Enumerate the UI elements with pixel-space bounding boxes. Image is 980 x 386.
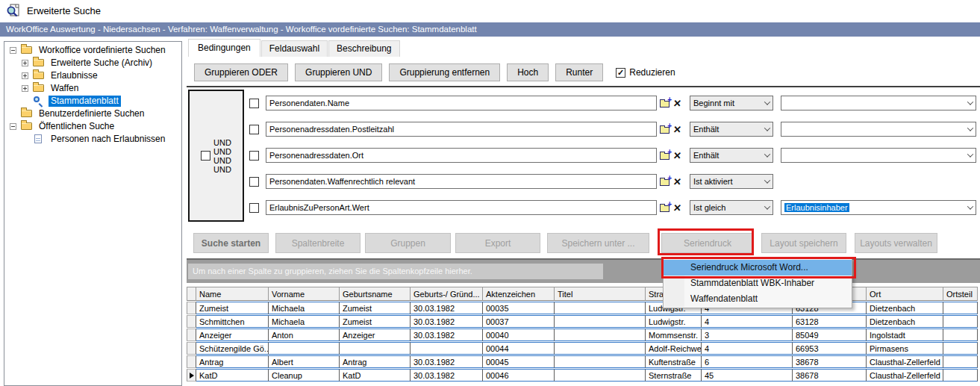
- condition-field-input[interactable]: [266, 122, 657, 137]
- condition-checkbox[interactable]: [249, 177, 259, 187]
- column-header-4[interactable]: Aktenzeichen: [483, 287, 555, 301]
- tab-beschreibung[interactable]: Beschreibung: [328, 40, 399, 57]
- tree-expander-plus-icon[interactable]: [21, 59, 31, 67]
- table-cell[interactable]: 30.03.1982: [411, 302, 483, 314]
- table-cell[interactable]: Anzeiger: [196, 329, 269, 341]
- value-combobox[interactable]: [781, 122, 976, 137]
- group-operator-checkbox[interactable]: [201, 151, 210, 161]
- tree-item-2[interactable]: Erlaubnisse: [4, 69, 181, 82]
- table-cell[interactable]: Pirmasens: [867, 342, 943, 355]
- spaltenbreite-button[interactable]: Spaltenbreite: [275, 233, 361, 253]
- add-folder-icon[interactable]: +: [660, 124, 672, 134]
- table-cell[interactable]: 63128: [793, 315, 867, 328]
- tree-expander-minus-icon[interactable]: [9, 46, 19, 55]
- table-cell[interactable]: 3: [702, 329, 793, 341]
- table-cell[interactable]: [555, 355, 646, 368]
- table-cell[interactable]: Michaela: [269, 302, 340, 314]
- table-cell[interactable]: [555, 342, 646, 355]
- table-cell[interactable]: Michaela: [269, 315, 340, 328]
- value-combobox[interactable]: [781, 96, 976, 110]
- table-cell[interactable]: 85049: [793, 329, 867, 341]
- table-cell[interactable]: KatD: [196, 369, 269, 382]
- table-cell[interactable]: 30.03.1982: [411, 315, 483, 328]
- table-cell[interactable]: [555, 302, 646, 314]
- table-cell[interactable]: Clausthal-Zellerfeld: [867, 369, 943, 382]
- table-cell[interactable]: 30.03.1982: [411, 369, 483, 382]
- table-cell[interactable]: 66953: [793, 342, 867, 355]
- table-cell[interactable]: Ingolstadt: [867, 329, 943, 341]
- suche-starten-button[interactable]: Suche starten: [193, 233, 269, 253]
- row-selector[interactable]: [187, 329, 196, 341]
- table-cell[interactable]: 6: [702, 355, 793, 368]
- table-cell[interactable]: [943, 329, 978, 341]
- condition-field-input[interactable]: [266, 148, 657, 163]
- minus-box-icon[interactable]: [10, 123, 16, 130]
- minus-box-icon[interactable]: [10, 47, 16, 54]
- table-cell[interactable]: Antrag: [196, 355, 269, 368]
- value-combobox[interactable]: Erlaubnisinhaber: [781, 200, 976, 215]
- table-cell[interactable]: [340, 342, 411, 355]
- tree-item-5[interactable]: Benutzerdefinierte Suchen: [4, 108, 181, 120]
- column-header-5[interactable]: Titel: [555, 287, 646, 301]
- table-cell[interactable]: [269, 342, 340, 355]
- condition-field-input[interactable]: [266, 174, 657, 189]
- table-cell[interactable]: [943, 342, 978, 355]
- row-selector[interactable]: [187, 302, 196, 314]
- operator-dropdown[interactable]: Ist gleich: [690, 200, 773, 215]
- gruppierung-entfernen-button[interactable]: Gruppierung entfernen: [389, 63, 500, 81]
- table-cell[interactable]: 38678: [793, 369, 867, 382]
- table-cell[interactable]: [411, 342, 483, 355]
- table-cell[interactable]: 00037: [483, 315, 555, 328]
- table-cell[interactable]: 30.03.1982: [411, 355, 483, 368]
- menu-item-2[interactable]: Waffendatenblatt: [664, 291, 852, 307]
- column-header-2[interactable]: Geburtsname: [340, 287, 411, 301]
- table-cell[interactable]: 00046: [483, 369, 555, 382]
- column-header-3[interactable]: Geburts-/ Gründ...: [411, 287, 483, 301]
- column-header-1[interactable]: Vorname: [269, 287, 340, 301]
- table-cell[interactable]: Mommsenstr.: [646, 329, 702, 341]
- table-cell[interactable]: [943, 302, 978, 314]
- runter-button[interactable]: Runter: [555, 63, 603, 81]
- table-cell[interactable]: Schmittchen: [196, 315, 269, 328]
- table-cell[interactable]: Ludwigstr.: [646, 315, 702, 328]
- tree-item-4[interactable]: Stammdatenblatt: [4, 95, 181, 108]
- add-folder-icon[interactable]: +: [660, 150, 672, 161]
- table-cell[interactable]: 00044: [483, 342, 555, 355]
- layout-speichern-button[interactable]: Layout speichern: [761, 233, 846, 253]
- add-folder-icon[interactable]: +: [660, 202, 672, 213]
- table-cell[interactable]: 00045: [483, 355, 555, 368]
- table-cell[interactable]: 4: [702, 315, 793, 328]
- operator-dropdown[interactable]: Enthält: [690, 122, 773, 137]
- add-folder-icon[interactable]: +: [660, 176, 672, 187]
- table-cell[interactable]: 30.03.1982: [411, 329, 483, 341]
- table-cell[interactable]: [555, 315, 646, 328]
- hoch-button[interactable]: Hoch: [507, 63, 549, 81]
- table-cell[interactable]: 00035: [483, 302, 555, 314]
- delete-condition-icon[interactable]: ✕: [672, 124, 681, 135]
- table-cell[interactable]: [943, 315, 978, 328]
- column-header-9[interactable]: Ort: [867, 287, 943, 301]
- condition-checkbox[interactable]: [249, 203, 259, 213]
- condition-field-input[interactable]: [266, 96, 657, 110]
- reduzieren-checkbox[interactable]: ✓: [616, 68, 625, 78]
- table-cell[interactable]: 00040: [483, 329, 555, 341]
- tree-item-1[interactable]: Erweiterte Suche (Archiv): [4, 57, 181, 69]
- delete-condition-icon[interactable]: ✕: [672, 150, 681, 161]
- menu-item-1[interactable]: Stammdatenblatt WBK-Inhaber: [664, 276, 852, 291]
- plus-box-icon[interactable]: [22, 85, 28, 92]
- condition-checkbox[interactable]: [249, 151, 259, 161]
- table-cell[interactable]: Schützengilde Gö...: [196, 342, 269, 355]
- tree-item-6[interactable]: Öffentlichen Suche: [4, 120, 181, 133]
- speichern-unter-button[interactable]: Speichern unter ...: [547, 233, 649, 253]
- row-selector[interactable]: [187, 315, 196, 328]
- group-by-bar[interactable]: Um nach einer Spalte zu gruppieren, zieh…: [187, 258, 980, 283]
- tree-item-0[interactable]: Workoffice vordefinierte Suchen: [4, 44, 181, 57]
- tree-expander-plus-icon[interactable]: [21, 72, 31, 80]
- table-cell[interactable]: [555, 369, 646, 382]
- delete-condition-icon[interactable]: ✕: [672, 98, 681, 109]
- table-cell[interactable]: Zumeist: [196, 302, 269, 314]
- gruppieren-oder-button[interactable]: Gruppieren ODER: [194, 63, 288, 81]
- add-folder-icon[interactable]: +: [660, 98, 672, 108]
- gruppieren-und-button[interactable]: Gruppieren UND: [295, 63, 382, 81]
- tab-bedingungen[interactable]: Bedingungen: [188, 39, 260, 57]
